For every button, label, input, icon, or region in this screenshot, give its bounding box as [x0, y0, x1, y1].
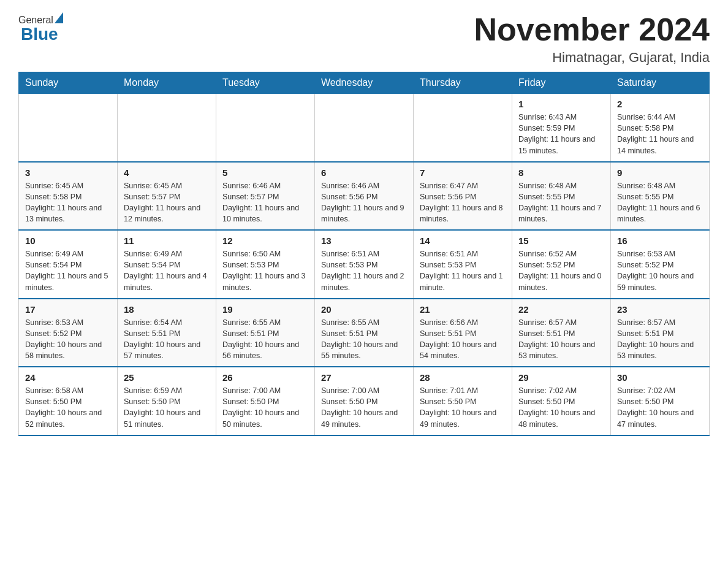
calendar-table: SundayMondayTuesdayWednesdayThursdayFrid… [18, 72, 710, 436]
day-info: Sunrise: 6:51 AM Sunset: 5:53 PM Dayligh… [321, 248, 407, 293]
day-info: Sunrise: 6:54 AM Sunset: 5:51 PM Dayligh… [124, 317, 210, 362]
day-number: 7 [420, 167, 506, 178]
logo-blue-text: Blue [18, 25, 58, 44]
weekday-header-friday: Friday [512, 72, 611, 94]
calendar-cell: 3Sunrise: 6:45 AM Sunset: 5:58 PM Daylig… [19, 162, 118, 231]
day-info: Sunrise: 7:02 AM Sunset: 5:50 PM Dayligh… [617, 385, 703, 430]
calendar-cell [414, 94, 512, 162]
calendar-cell [118, 94, 216, 162]
day-number: 5 [222, 167, 308, 178]
day-number: 28 [420, 372, 506, 383]
calendar-cell: 20Sunrise: 6:55 AM Sunset: 5:51 PM Dayli… [315, 299, 414, 367]
weekday-header-wednesday: Wednesday [315, 72, 414, 94]
calendar-week-row: 3Sunrise: 6:45 AM Sunset: 5:58 PM Daylig… [19, 162, 710, 231]
day-number: 8 [518, 167, 604, 178]
day-number: 26 [222, 372, 308, 383]
day-number: 17 [25, 304, 111, 315]
day-number: 11 [124, 236, 210, 246]
location-title: Himatnagar, Gujarat, India [474, 50, 710, 66]
day-info: Sunrise: 6:46 AM Sunset: 5:56 PM Dayligh… [321, 180, 407, 225]
calendar-week-row: 17Sunrise: 6:53 AM Sunset: 5:52 PM Dayli… [19, 299, 710, 367]
day-info: Sunrise: 6:53 AM Sunset: 5:52 PM Dayligh… [617, 248, 703, 293]
calendar-cell: 10Sunrise: 6:49 AM Sunset: 5:54 PM Dayli… [19, 230, 118, 299]
day-number: 30 [617, 372, 703, 383]
day-number: 2 [617, 99, 703, 109]
calendar-cell: 6Sunrise: 6:46 AM Sunset: 5:56 PM Daylig… [315, 162, 414, 231]
day-info: Sunrise: 6:47 AM Sunset: 5:56 PM Dayligh… [420, 180, 506, 225]
day-number: 9 [617, 167, 703, 178]
calendar-cell: 21Sunrise: 6:56 AM Sunset: 5:51 PM Dayli… [414, 299, 512, 367]
day-info: Sunrise: 7:00 AM Sunset: 5:50 PM Dayligh… [222, 385, 308, 430]
day-info: Sunrise: 6:48 AM Sunset: 5:55 PM Dayligh… [518, 180, 604, 225]
day-info: Sunrise: 6:51 AM Sunset: 5:53 PM Dayligh… [420, 248, 506, 293]
day-number: 15 [518, 236, 604, 246]
day-number: 14 [420, 236, 506, 246]
month-title: November 2024 [474, 12, 710, 47]
day-number: 22 [518, 304, 604, 315]
day-number: 13 [321, 236, 407, 246]
calendar-cell: 11Sunrise: 6:49 AM Sunset: 5:54 PM Dayli… [118, 230, 216, 299]
weekday-header-thursday: Thursday [414, 72, 512, 94]
day-number: 19 [222, 304, 308, 315]
calendar-cell: 22Sunrise: 6:57 AM Sunset: 5:51 PM Dayli… [512, 299, 611, 367]
day-info: Sunrise: 6:49 AM Sunset: 5:54 PM Dayligh… [25, 248, 111, 293]
day-number: 20 [321, 304, 407, 315]
calendar-cell: 25Sunrise: 6:59 AM Sunset: 5:50 PM Dayli… [118, 367, 216, 435]
day-info: Sunrise: 6:43 AM Sunset: 5:59 PM Dayligh… [518, 112, 604, 156]
day-info: Sunrise: 6:52 AM Sunset: 5:52 PM Dayligh… [518, 248, 604, 293]
day-number: 12 [222, 236, 308, 246]
calendar-week-row: 24Sunrise: 6:58 AM Sunset: 5:50 PM Dayli… [19, 367, 710, 435]
day-info: Sunrise: 6:49 AM Sunset: 5:54 PM Dayligh… [124, 248, 210, 293]
calendar-cell: 19Sunrise: 6:55 AM Sunset: 5:51 PM Dayli… [216, 299, 315, 367]
logo-blue-line: Blue [18, 26, 58, 44]
calendar-cell: 13Sunrise: 6:51 AM Sunset: 5:53 PM Dayli… [315, 230, 414, 299]
calendar-week-row: 1Sunrise: 6:43 AM Sunset: 5:59 PM Daylig… [19, 94, 710, 162]
weekday-header-sunday: Sunday [19, 72, 118, 94]
calendar-cell: 5Sunrise: 6:46 AM Sunset: 5:57 PM Daylig… [216, 162, 315, 231]
day-info: Sunrise: 6:57 AM Sunset: 5:51 PM Dayligh… [518, 317, 604, 362]
day-info: Sunrise: 7:01 AM Sunset: 5:50 PM Dayligh… [420, 385, 506, 430]
calendar-cell: 9Sunrise: 6:48 AM Sunset: 5:55 PM Daylig… [611, 162, 710, 231]
calendar-cell: 30Sunrise: 7:02 AM Sunset: 5:50 PM Dayli… [611, 367, 710, 435]
day-number: 18 [124, 304, 210, 315]
calendar-body: 1Sunrise: 6:43 AM Sunset: 5:59 PM Daylig… [19, 94, 710, 435]
day-info: Sunrise: 6:44 AM Sunset: 5:58 PM Dayligh… [617, 112, 703, 156]
calendar-cell: 7Sunrise: 6:47 AM Sunset: 5:56 PM Daylig… [414, 162, 512, 231]
day-info: Sunrise: 7:02 AM Sunset: 5:50 PM Dayligh… [518, 385, 604, 430]
calendar-cell: 14Sunrise: 6:51 AM Sunset: 5:53 PM Dayli… [414, 230, 512, 299]
day-number: 29 [518, 372, 604, 383]
logo-triangle-icon [55, 12, 63, 23]
title-area: November 2024 Himatnagar, Gujarat, India [474, 12, 710, 66]
day-info: Sunrise: 6:59 AM Sunset: 5:50 PM Dayligh… [124, 385, 210, 430]
calendar-cell: 23Sunrise: 6:57 AM Sunset: 5:51 PM Dayli… [611, 299, 710, 367]
day-info: Sunrise: 6:45 AM Sunset: 5:57 PM Dayligh… [124, 180, 210, 225]
day-info: Sunrise: 6:45 AM Sunset: 5:58 PM Dayligh… [25, 180, 111, 225]
calendar-cell [19, 94, 118, 162]
day-info: Sunrise: 6:53 AM Sunset: 5:52 PM Dayligh… [25, 317, 111, 362]
day-number: 4 [124, 167, 210, 178]
day-number: 23 [617, 304, 703, 315]
calendar-cell: 18Sunrise: 6:54 AM Sunset: 5:51 PM Dayli… [118, 299, 216, 367]
day-info: Sunrise: 7:00 AM Sunset: 5:50 PM Dayligh… [321, 385, 407, 430]
day-number: 3 [25, 167, 111, 178]
weekday-header-tuesday: Tuesday [216, 72, 315, 94]
day-info: Sunrise: 6:55 AM Sunset: 5:51 PM Dayligh… [321, 317, 407, 362]
day-number: 16 [617, 236, 703, 246]
calendar-cell: 4Sunrise: 6:45 AM Sunset: 5:57 PM Daylig… [118, 162, 216, 231]
day-number: 10 [25, 236, 111, 246]
calendar-cell: 17Sunrise: 6:53 AM Sunset: 5:52 PM Dayli… [19, 299, 118, 367]
calendar-cell: 16Sunrise: 6:53 AM Sunset: 5:52 PM Dayli… [611, 230, 710, 299]
day-info: Sunrise: 6:58 AM Sunset: 5:50 PM Dayligh… [25, 385, 111, 430]
day-number: 21 [420, 304, 506, 315]
day-number: 1 [518, 99, 604, 109]
calendar-cell: 15Sunrise: 6:52 AM Sunset: 5:52 PM Dayli… [512, 230, 611, 299]
calendar-week-row: 10Sunrise: 6:49 AM Sunset: 5:54 PM Dayli… [19, 230, 710, 299]
weekday-header-monday: Monday [118, 72, 216, 94]
calendar-cell [216, 94, 315, 162]
calendar-cell: 24Sunrise: 6:58 AM Sunset: 5:50 PM Dayli… [19, 367, 118, 435]
day-info: Sunrise: 6:48 AM Sunset: 5:55 PM Dayligh… [617, 180, 703, 225]
logo-area: General Blue [18, 12, 63, 44]
calendar-cell [315, 94, 414, 162]
logo-general-row: General [18, 12, 63, 26]
day-info: Sunrise: 6:46 AM Sunset: 5:57 PM Dayligh… [222, 180, 308, 225]
